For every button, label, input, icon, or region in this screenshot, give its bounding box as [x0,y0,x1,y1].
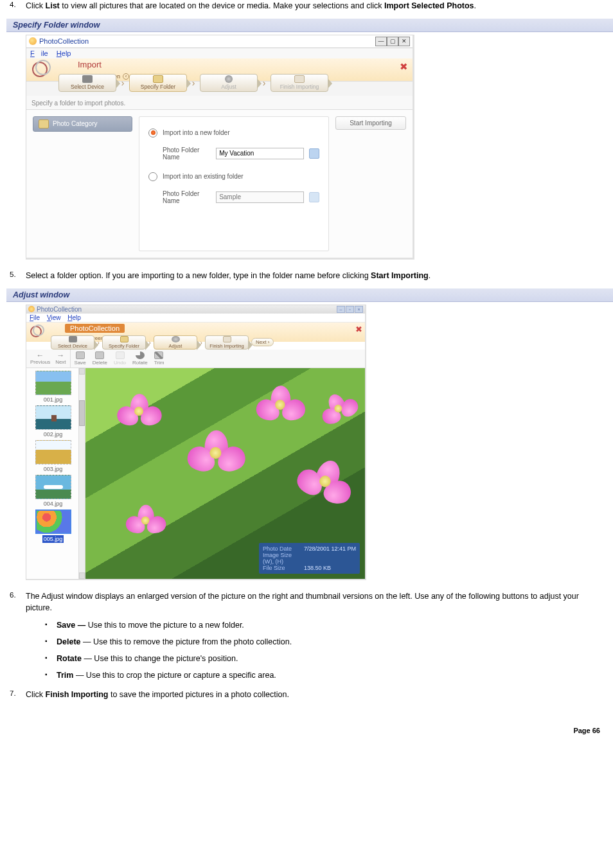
minimize-button-2[interactable]: – [337,306,345,313]
new-folder-name-input[interactable] [216,148,304,159]
thumb-001[interactable]: 001.jpg [30,371,76,403]
magnifier-icon-2 [172,336,180,342]
sub-rotate: Rotate — Use this to change the picture'… [45,654,600,663]
next-button[interactable]: Next › [251,338,274,346]
folder-icon [153,75,163,83]
menu-help[interactable]: Help [57,49,71,57]
undo-icon [116,351,125,359]
banner-specify-folder: Specify Folder window [6,19,613,32]
window-title: PhotoCollection [39,37,375,45]
next-image-button[interactable]: →Next [55,351,66,366]
card-icon [294,75,305,83]
browse-folder-button[interactable] [309,148,319,159]
card-icon-2 [223,336,231,342]
menu-help-2[interactable]: Help [67,314,81,321]
step-4: 4. Click List to view all pictures that … [26,0,600,12]
page-number: Page 66 [0,707,613,744]
screenshot-adjust-window: PhotoCollection – ▫ × File View Help Pho… [26,305,366,580]
folder-icon-2 [120,336,129,342]
menubar-2: File View Help [26,314,365,323]
banner-adjust-window: Adjust window [6,288,613,302]
step-select-device[interactable]: Select Device [58,74,116,92]
titlebar-2: PhotoCollection – ▫ × [26,305,365,314]
thumb-005[interactable]: 005.jpg [30,509,76,543]
start-importing-button[interactable]: Start Importing [335,116,406,130]
minimize-button[interactable]: — [375,37,387,46]
banner-close-icon[interactable]: ✖ [400,61,410,71]
maximize-button-2[interactable]: ▫ [346,306,354,313]
save-tool[interactable]: Save [75,351,86,366]
step-7: 7. Click Finish Importing to save the im… [26,689,600,701]
maximize-button[interactable]: ▢ [387,37,398,46]
rotate-icon [136,351,145,359]
sub-trim: Trim — Use this to crop the picture or c… [45,671,600,680]
step2-specify-folder[interactable]: Specify Folder [102,335,146,350]
camera-icon [82,75,93,83]
menu-view-2[interactable]: View [47,314,61,321]
step-adjust[interactable]: Adjust [200,74,258,92]
browse-folder-button-2 [309,192,319,202]
step-6: 6. The Adjust window displays an enlarge… [26,590,600,680]
menu-file[interactable]: File [30,49,48,57]
save-icon [76,351,85,359]
thumbnail-panel: 001.jpg 002.jpg 003.jpg 004.jpg 005.jpg [26,368,85,579]
main-image-view: Photo Date7/28/2001 12:41 PM Image Size … [85,368,365,579]
window-title-2: PhotoCollection [28,306,337,313]
menubar: File Help [26,48,413,58]
step2-select-device[interactable]: Select Device [51,335,94,350]
titlebar: PhotoCollection — ▢ ✕ [26,35,413,48]
step2-finish-importing[interactable]: Finish Importing [205,335,249,350]
step-specify-folder[interactable]: Specify Folder [129,74,187,92]
magnifier-icon [225,75,233,83]
thumb-003[interactable]: 003.jpg [30,440,76,472]
banner-close-icon-2[interactable]: ✖ [355,324,362,334]
existing-folder-name-input [216,191,304,203]
undo-tool: Undo [114,351,126,366]
previous-button[interactable]: ←Previous [30,351,50,366]
import-title: Import [78,60,102,69]
delete-tool[interactable]: Delete [93,351,107,366]
trim-tool[interactable]: Trim [154,351,164,366]
step2-adjust[interactable]: Adjust [154,335,197,350]
menu-file-2[interactable]: File [30,314,40,321]
camera-icon-2 [69,336,77,342]
trim-icon [154,351,163,359]
step-finish-importing[interactable]: Finish Importing [271,74,328,92]
sub-delete: Delete — Use this to remove the picture … [45,637,600,646]
app-icon [29,37,37,45]
delete-icon [95,351,104,359]
folder-name-label: Photo Folder Name [163,146,211,161]
close-button-2[interactable]: × [355,306,363,313]
scroll-down-button[interactable] [79,572,85,579]
thumb-004[interactable]: 004.jpg [30,475,76,507]
pc-title: PhotoCollection [65,324,125,333]
radio-unselected-icon [148,172,157,181]
thumbnail-scrollbar[interactable] [78,368,85,579]
rotate-tool[interactable]: Rotate [132,351,148,366]
radio-selected-icon [148,128,157,137]
step-5: 5. Select a folder option. If you are im… [26,270,600,282]
sub-save: Save — Use this to move the picture to a… [45,621,600,630]
image-metadata-overlay: Photo Date7/28/2001 12:41 PM Image Size … [259,543,360,574]
scroll-thumb[interactable] [79,400,85,426]
thumb-002[interactable]: 002.jpg [30,405,76,438]
folder-name-label-2: Photo Folder Name [163,190,211,204]
radio-existing-folder[interactable]: Import into an existing folder [148,172,319,181]
screenshot-specify-folder: PhotoCollection — ▢ ✕ File Help Import ⌂… [26,35,414,260]
close-button[interactable]: ✕ [398,37,410,46]
instruction-text: Specify a folder to import photos. [26,96,413,110]
photo-category-button[interactable]: Photo Category [33,116,132,132]
radio-new-folder[interactable]: Import into a new folder [148,128,319,137]
scroll-up-button[interactable] [79,368,85,375]
